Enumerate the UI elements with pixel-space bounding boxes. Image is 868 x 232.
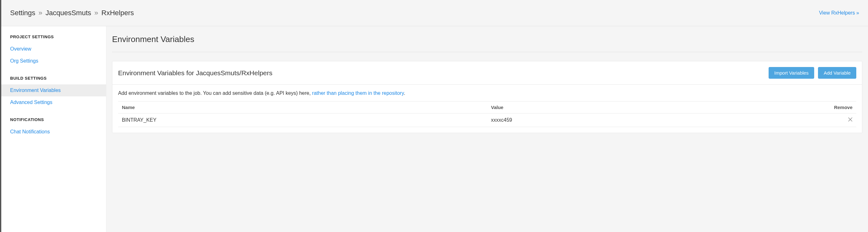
page-title: Environment Variables (112, 34, 862, 52)
sidebar-section-build-settings: BUILD SETTINGS Environment Variables Adv… (1, 76, 106, 108)
description-link[interactable]: rather than placing them in the reposito… (312, 90, 404, 96)
env-vars-table: Name Value Remove BINTRAY_KEY xxxxc459 (118, 101, 856, 127)
close-icon (848, 117, 852, 122)
breadcrumb-project: RxHelpers (101, 9, 134, 17)
remove-icon[interactable] (847, 117, 852, 123)
sidebar-item-advanced-settings[interactable]: Advanced Settings (1, 96, 106, 108)
sidebar-section-title: NOTIFICATIONS (1, 117, 106, 126)
add-variable-button[interactable]: Add Variable (818, 67, 856, 79)
breadcrumb-sep-icon: » (39, 9, 42, 17)
panel-title: Environment Variables for JacquesSmuts/R… (118, 69, 272, 77)
panel-description: Add environment variables to the job. Yo… (118, 90, 856, 96)
sidebar-section-project-settings: PROJECT SETTINGS Overview Org Settings (1, 34, 106, 67)
breadcrumb: Settings » JacquesSmuts » RxHelpers (10, 9, 134, 17)
sidebar-section-title: BUILD SETTINGS (1, 76, 106, 84)
view-project-link[interactable]: View RxHelpers » (819, 10, 859, 16)
sidebar-section-notifications: NOTIFICATIONS Chat Notifications (1, 117, 106, 138)
env-var-value: xxxxc459 (487, 113, 782, 127)
env-vars-panel: Environment Variables for JacquesSmuts/R… (112, 61, 862, 133)
table-header-name: Name (118, 102, 487, 113)
panel-body: Add environment variables to the job. Yo… (113, 85, 862, 127)
sidebar-item-environment-variables[interactable]: Environment Variables (1, 84, 106, 96)
sidebar-item-overview[interactable]: Overview (1, 43, 106, 55)
breadcrumb-root: Settings (10, 9, 35, 17)
table-row: BINTRAY_KEY xxxxc459 (118, 113, 856, 127)
import-variables-button[interactable]: Import Variables (769, 67, 814, 79)
panel-actions: Import Variables Add Variable (769, 67, 856, 79)
sidebar-item-org-settings[interactable]: Org Settings (1, 55, 106, 67)
main-content: Environment Variables Environment Variab… (106, 26, 868, 232)
env-var-name: BINTRAY_KEY (118, 113, 487, 127)
breadcrumb-sep-icon: » (94, 9, 98, 17)
sidebar-section-title: PROJECT SETTINGS (1, 34, 106, 43)
sidebar: PROJECT SETTINGS Overview Org Settings B… (1, 26, 106, 232)
breadcrumb-bar: Settings » JacquesSmuts » RxHelpers View… (1, 0, 868, 26)
breadcrumb-org: JacquesSmuts (45, 9, 91, 17)
description-text-suffix: . (404, 90, 405, 96)
sidebar-item-chat-notifications[interactable]: Chat Notifications (1, 126, 106, 138)
panel-header: Environment Variables for JacquesSmuts/R… (113, 61, 862, 85)
table-header-remove: Remove (782, 102, 856, 113)
table-header-value: Value (487, 102, 782, 113)
description-text-prefix: Add environment variables to the job. Yo… (118, 90, 312, 96)
